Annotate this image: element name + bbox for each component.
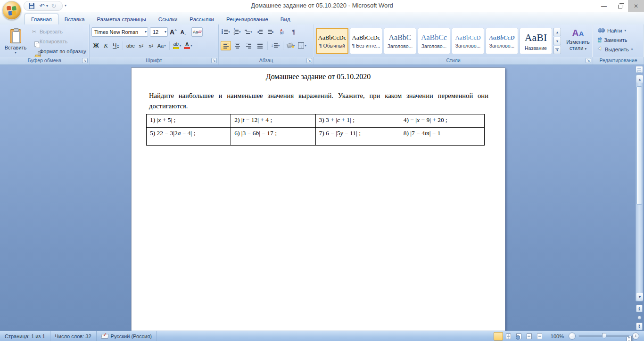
view-button-full-screen-reading[interactable] xyxy=(504,332,513,341)
expression-cell[interactable]: 3) 3 + |c + 1| ; xyxy=(315,114,400,127)
view-button-outline[interactable] xyxy=(525,332,534,341)
expression-cell[interactable]: 7) 6 − |5y − 11| ; xyxy=(315,127,400,145)
superscript-button[interactable]: x2 xyxy=(147,41,156,50)
zoom-in-button[interactable]: + xyxy=(632,333,639,340)
style-item[interactable]: AaBbCcЗаголово... xyxy=(418,28,450,54)
font-family-combobox[interactable]: Times New Roman ▾ xyxy=(91,27,148,37)
zoom-out-button[interactable]: − xyxy=(569,333,576,340)
bold-button[interactable]: Ж xyxy=(91,41,100,50)
expression-cell[interactable]: 2) |t − 12| + 4 ; xyxy=(231,114,315,127)
tab-разметка-страницы[interactable]: Разметка страницы xyxy=(91,14,152,24)
sort-button[interactable]: АЯ↓ xyxy=(277,27,288,37)
show-marks-button[interactable]: ¶ xyxy=(289,27,299,37)
restore-button[interactable] xyxy=(612,0,628,12)
tab-ссылки[interactable]: Ссылки xyxy=(152,14,184,24)
tab-главная[interactable]: Главная xyxy=(25,14,58,24)
font-size-combobox[interactable]: 12 ▾ xyxy=(150,27,168,37)
align-center-button[interactable] xyxy=(232,41,242,50)
find-button[interactable]: Найти ▾ xyxy=(595,26,642,35)
expression-cell[interactable]: 8) |7 − 4m| − 1 xyxy=(400,127,484,145)
language-indicator[interactable]: Русский (Россия) xyxy=(97,331,157,341)
paste-dropdown-caret[interactable]: ▾ xyxy=(15,50,17,55)
format-painter-button[interactable]: Формат по образцу xyxy=(29,47,88,56)
style-preview: AaBbCcDc xyxy=(318,34,347,41)
style-item[interactable]: AaBbCcDЗаголово... xyxy=(452,28,484,54)
italic-button[interactable]: К xyxy=(101,41,110,50)
tab-рассылки[interactable]: Рассылки xyxy=(183,14,220,24)
subscript-button[interactable]: x2 xyxy=(137,41,146,50)
styles-scroll-down-button[interactable]: ▼ xyxy=(553,37,561,45)
minimize-button[interactable]: — xyxy=(596,0,612,12)
line-spacing-button[interactable]: ↕▾ xyxy=(270,41,281,50)
expression-cell[interactable]: 6) |3 − 6b| − 17 ; xyxy=(231,127,315,145)
scrollbar-track[interactable]: ▲ ▼ xyxy=(636,74,643,301)
tab-вставка[interactable]: Вставка xyxy=(58,14,91,24)
ruler-toggle-button[interactable] xyxy=(636,66,643,73)
scroll-up-button[interactable]: ▲ xyxy=(636,75,643,83)
style-item[interactable]: AaBbCЗаголово... xyxy=(384,28,416,54)
select-browse-object-button[interactable] xyxy=(637,316,642,320)
zoom-slider-track[interactable] xyxy=(578,335,629,337)
expression-cell[interactable]: 4) − |x − 9| + 20 ; xyxy=(400,114,484,127)
clipboard-dialog-launcher[interactable]: ↘ xyxy=(82,58,88,63)
style-item[interactable]: AaBIНазвание xyxy=(520,28,552,54)
style-item[interactable]: AaBbCcDc¶ Обычный xyxy=(316,28,348,54)
change-case-button[interactable]: Aa▾ xyxy=(157,41,167,50)
decrease-indent-button[interactable]: ◂ xyxy=(255,27,265,37)
zoom-level-button[interactable]: 100% xyxy=(547,333,568,339)
table-row: 5) 22 − 3|2a − 4| ;6) |3 − 6b| − 17 ;7) … xyxy=(147,127,485,145)
align-left-button[interactable] xyxy=(221,41,231,50)
document-page[interactable]: Домашнее задание от 05.10.2020 Найдите н… xyxy=(131,67,505,331)
next-page-button[interactable]: ▼▼ xyxy=(636,323,643,330)
styles-dialog-launcher[interactable]: ↘ xyxy=(586,58,591,63)
clear-formatting-button[interactable]: Aa xyxy=(191,27,203,37)
style-item[interactable]: AaBbCcDЗаголово... xyxy=(486,28,518,54)
cut-button[interactable]: ✂ Вырезать xyxy=(29,27,88,36)
shading-button[interactable]: ▾ xyxy=(286,41,296,50)
view-button-draft[interactable] xyxy=(535,332,545,341)
page-indicator[interactable]: Страница: 1 из 1 xyxy=(0,331,50,341)
font-color-button[interactable]: A ▾ xyxy=(183,41,193,50)
shrink-font-button[interactable]: A˯ xyxy=(179,27,188,37)
styles-more-button[interactable]: ▼ xyxy=(553,46,561,54)
close-button[interactable]: ✕ xyxy=(628,0,644,12)
ribbon-tab-row: ГлавнаяВставкаРазметка страницыСсылкиРас… xyxy=(0,12,644,24)
scroll-down-button[interactable]: ▼ xyxy=(636,293,643,300)
highlight-button[interactable]: ab ▾ xyxy=(172,41,182,50)
underline-button[interactable]: Ч▾ xyxy=(111,41,120,50)
replace-button[interactable]: abac Заменить xyxy=(595,35,642,45)
style-item[interactable]: AaBbCcDc¶ Без инте... xyxy=(350,28,382,54)
view-button-print-layout[interactable] xyxy=(494,332,503,341)
multilevel-list-button[interactable]: ▾ xyxy=(243,27,254,37)
font-dialog-launcher[interactable]: ↘ xyxy=(211,58,217,63)
tab-рецензирование[interactable]: Рецензирование xyxy=(220,14,274,24)
zoom-slider-thumb[interactable] xyxy=(602,333,606,339)
justify-icon xyxy=(257,42,263,49)
style-preview: AaBI xyxy=(525,32,547,44)
bullets-button[interactable]: ▾ xyxy=(221,27,231,37)
expression-cell[interactable]: 5) 22 − 3|2a − 4| ; xyxy=(147,127,231,145)
scrollbar-thumb[interactable] xyxy=(636,86,642,205)
previous-page-button[interactable]: ▲▲ xyxy=(636,305,643,312)
strikethrough-button[interactable]: abc xyxy=(125,41,136,50)
select-button[interactable]: Выделить ▾ xyxy=(595,45,642,54)
font-family-value: Times New Roman xyxy=(94,29,138,35)
styles-scroll-up-button[interactable]: ▲ xyxy=(553,28,561,36)
align-right-button[interactable] xyxy=(243,41,254,50)
justify-button[interactable] xyxy=(255,41,265,50)
numbering-button[interactable]: 123▾ xyxy=(232,27,242,37)
office-logo-icon xyxy=(7,5,17,16)
increase-indent-button[interactable]: ▸ xyxy=(266,27,276,37)
grow-font-button[interactable]: A xyxy=(169,27,178,37)
borders-button[interactable]: ▾ xyxy=(297,41,307,50)
word-count-indicator[interactable]: Число слов: 32 xyxy=(50,331,97,341)
statusbar-right: 100% − + xyxy=(491,331,644,341)
expression-cell[interactable]: 1) |x + 5| ; xyxy=(147,114,231,127)
copy-button[interactable]: Копировать xyxy=(29,37,88,46)
paragraph-dialog-launcher[interactable]: ↘ xyxy=(306,58,312,63)
paste-button[interactable]: Вставить ▾ xyxy=(2,26,29,57)
tab-вид[interactable]: Вид xyxy=(274,14,297,24)
change-styles-button[interactable]: AA Изменить стили ▾ xyxy=(565,28,591,52)
office-button[interactable] xyxy=(2,1,21,20)
view-button-web-layout[interactable] xyxy=(514,332,524,341)
